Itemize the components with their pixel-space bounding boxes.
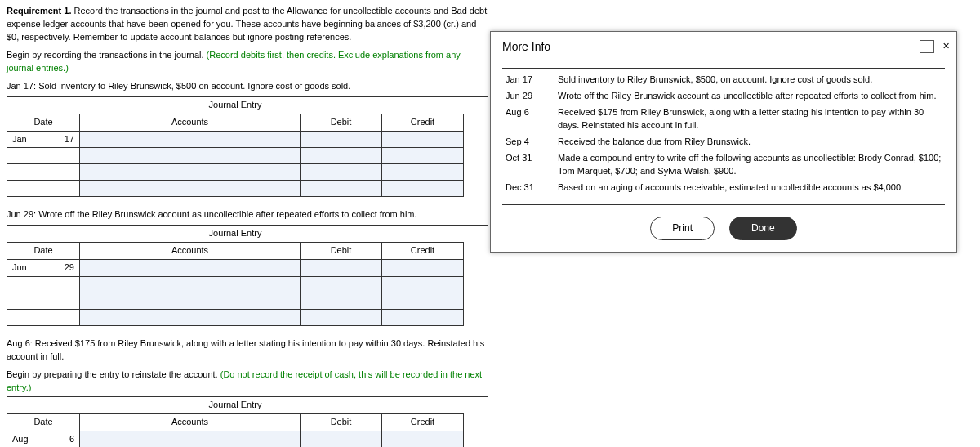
- info-list: Jan 17Sold inventory to Riley Brunswick,…: [502, 68, 945, 205]
- credit-input[interactable]: [382, 260, 464, 277]
- info-row: Aug 6Received $175 from Riley Brunswick,…: [506, 106, 942, 132]
- month-cell: Aug: [7, 431, 54, 447]
- day-cell: 29: [47, 260, 80, 277]
- info-desc: Made a compound entry to write off the f…: [558, 152, 942, 178]
- day-cell: 17: [47, 131, 80, 148]
- col-credit: Credit: [382, 243, 464, 259]
- info-date: Dec 31: [506, 181, 545, 194]
- info-desc: Wrote off the Riley Brunswick account as…: [558, 90, 942, 103]
- sub-text: Begin by preparing the entry to reinstat…: [7, 369, 220, 379]
- info-row: Jun 29Wrote off the Riley Brunswick acco…: [506, 90, 942, 103]
- accounts-input[interactable]: [80, 260, 301, 277]
- credit-input[interactable]: [382, 131, 464, 148]
- info-row: Oct 31Made a compound entry to write off…: [506, 152, 942, 178]
- journal-block: Journal Entry Date Accounts Debit Credit…: [7, 99, 464, 198]
- begin-text: Begin by recording the transactions in t…: [7, 50, 207, 60]
- credit-input[interactable]: [382, 293, 464, 310]
- col-accounts: Accounts: [80, 414, 301, 431]
- col-date: Date: [7, 414, 80, 431]
- month-cell: Jan: [7, 131, 47, 148]
- col-accounts: Accounts: [80, 243, 301, 259]
- journal-block: Journal Entry Date Accounts Debit Credit…: [7, 399, 464, 447]
- accounts-input[interactable]: [80, 131, 301, 148]
- debit-input[interactable]: [301, 148, 382, 164]
- info-date: Oct 31: [506, 152, 545, 178]
- journal-entry-title: Journal Entry: [7, 227, 464, 243]
- month-cell: Jun: [7, 260, 47, 277]
- entry-intro: Jan 17: Sold inventory to Riley Brunswic…: [7, 80, 488, 93]
- requirement-label: Requirement 1.: [7, 6, 71, 16]
- col-debit: Debit: [301, 114, 382, 131]
- credit-input[interactable]: [382, 148, 464, 164]
- accounts-input[interactable]: [80, 310, 301, 326]
- col-credit: Credit: [382, 114, 464, 131]
- journal-block: Journal Entry Date Accounts Debit Credit…: [7, 227, 464, 326]
- debit-input[interactable]: [301, 431, 382, 447]
- accounts-input[interactable]: [80, 431, 301, 447]
- accounts-input[interactable]: [80, 148, 301, 164]
- done-button[interactable]: Done: [729, 217, 797, 240]
- credit-input[interactable]: [382, 181, 464, 197]
- journal-entry-title: Journal Entry: [7, 99, 464, 114]
- col-date: Date: [7, 243, 80, 259]
- info-date: Sep 4: [506, 136, 545, 149]
- debit-input[interactable]: [301, 181, 382, 197]
- credit-input[interactable]: [382, 431, 464, 447]
- info-date: Jan 17: [506, 74, 545, 87]
- debit-input[interactable]: [301, 164, 382, 181]
- info-row: Sep 4Received the balance due from Riley…: [506, 136, 942, 149]
- entry-intro: Aug 6: Received $175 from Riley Brunswic…: [7, 337, 488, 364]
- accounts-input[interactable]: [80, 164, 301, 181]
- debit-input[interactable]: [301, 260, 382, 277]
- requirement-text: Record the transactions in the journal a…: [7, 6, 487, 42]
- info-desc: Sold inventory to Riley Brunswick, $500,…: [558, 74, 942, 87]
- credit-input[interactable]: [382, 310, 464, 326]
- col-debit: Debit: [301, 243, 382, 259]
- print-button[interactable]: Print: [650, 217, 715, 240]
- info-desc: Received $175 from Riley Brunswick, alon…: [558, 106, 942, 132]
- info-desc: Based on an aging of accounts receivable…: [558, 181, 942, 194]
- col-debit: Debit: [301, 414, 382, 431]
- col-date: Date: [7, 114, 80, 131]
- accounts-input[interactable]: [80, 293, 301, 310]
- journal-entry-title: Journal Entry: [7, 399, 464, 414]
- modal-title: More Info: [502, 38, 550, 55]
- debit-input[interactable]: [301, 293, 382, 310]
- close-icon[interactable]: ✕: [942, 40, 950, 53]
- debit-input[interactable]: [301, 277, 382, 293]
- more-info-modal: More Info – ✕ Jan 17Sold inventory to Ri…: [490, 31, 957, 253]
- col-credit: Credit: [382, 414, 464, 431]
- entry-intro: Jun 29: Wrote off the Riley Brunswick ac…: [7, 208, 488, 221]
- info-date: Jun 29: [506, 90, 545, 103]
- info-desc: Received the balance due from Riley Brun…: [558, 136, 942, 149]
- credit-input[interactable]: [382, 164, 464, 181]
- col-accounts: Accounts: [80, 114, 301, 131]
- debit-input[interactable]: [301, 131, 382, 148]
- minimize-icon[interactable]: –: [920, 40, 934, 53]
- info-row: Dec 31Based on an aging of accounts rece…: [506, 181, 942, 194]
- credit-input[interactable]: [382, 277, 464, 293]
- accounts-input[interactable]: [80, 181, 301, 197]
- accounts-input[interactable]: [80, 277, 301, 293]
- day-cell: 6: [54, 431, 80, 447]
- debit-input[interactable]: [301, 310, 382, 326]
- info-date: Aug 6: [506, 106, 545, 132]
- info-row: Jan 17Sold inventory to Riley Brunswick,…: [506, 74, 942, 87]
